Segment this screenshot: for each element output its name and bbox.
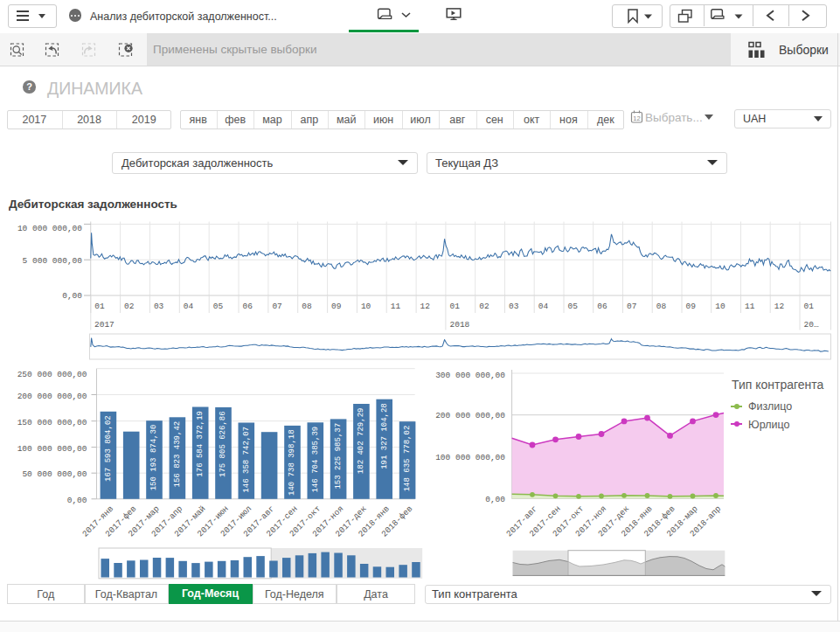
svg-text:09: 09 <box>331 302 342 311</box>
svg-text:12: 12 <box>633 115 640 122</box>
svg-text:07: 07 <box>272 302 281 311</box>
svg-text:11: 11 <box>391 302 401 311</box>
svg-text:11: 11 <box>745 302 755 311</box>
svg-text:10 000 000,00: 10 000 000,00 <box>17 224 82 233</box>
svg-text:167 593 804,02: 167 593 804,02 <box>104 415 113 482</box>
svg-text:300 000 000,00: 300 000 000,00 <box>435 371 505 380</box>
svg-text:20…: 20… <box>804 320 819 330</box>
svg-text:146 704 385,39: 146 704 385,39 <box>311 427 320 493</box>
svg-text:0,00: 0,00 <box>62 291 82 301</box>
svg-text:02: 02 <box>124 302 135 311</box>
svg-text:2018: 2018 <box>450 320 470 330</box>
svg-text:182 402 729,29: 182 402 729,29 <box>357 408 365 475</box>
svg-text:02: 02 <box>479 302 489 311</box>
svg-text:150 193 874,30: 150 193 874,30 <box>150 425 159 491</box>
svg-text:03: 03 <box>154 302 164 311</box>
svg-text:06: 06 <box>243 302 253 311</box>
svg-text:100 000 000,00: 100 000 000,00 <box>435 453 505 462</box>
svg-text:01: 01 <box>450 302 461 311</box>
svg-text:0,00: 0,00 <box>67 496 87 505</box>
svg-text:148 635 778,02: 148 635 778,02 <box>403 426 412 492</box>
svg-text:175 805 626,86: 175 805 626,86 <box>219 411 228 477</box>
svg-text:09: 09 <box>686 302 697 311</box>
svg-text:04: 04 <box>184 302 194 311</box>
svg-text:50 000 000,00: 50 000 000,00 <box>22 469 87 479</box>
svg-text:08: 08 <box>656 302 667 311</box>
svg-text:01: 01 <box>804 302 815 311</box>
svg-text:200 000 000,00: 200 000 000,00 <box>17 392 87 401</box>
svg-text:150 000 000,00: 150 000 000,00 <box>17 418 87 427</box>
svg-text:12: 12 <box>774 302 785 311</box>
svg-text:156 823 439,42: 156 823 439,42 <box>173 421 182 488</box>
svg-text:146 358 742,07: 146 358 742,07 <box>242 427 251 493</box>
svg-text:191 327 104,28: 191 327 104,28 <box>380 403 389 469</box>
svg-text:0,00: 0,00 <box>485 495 505 504</box>
svg-text:06: 06 <box>597 302 607 311</box>
svg-text:07: 07 <box>627 302 636 311</box>
svg-text:08: 08 <box>302 302 312 311</box>
svg-text:153 225 985,37: 153 225 985,37 <box>334 423 343 490</box>
svg-text:03: 03 <box>509 302 519 311</box>
svg-text:100 000 000,00: 100 000 000,00 <box>17 444 87 454</box>
svg-text:04: 04 <box>538 302 549 311</box>
svg-text:12: 12 <box>420 302 431 311</box>
svg-text:250 000 000,00: 250 000 000,00 <box>17 370 87 379</box>
svg-text:05: 05 <box>568 302 579 311</box>
svg-text:140 738 398,18: 140 738 398,18 <box>288 429 297 496</box>
svg-text:176 584 372,19: 176 584 372,19 <box>196 411 205 477</box>
svg-text:01: 01 <box>94 302 105 311</box>
svg-text:10: 10 <box>361 302 371 311</box>
svg-text:05: 05 <box>213 302 224 311</box>
svg-text:2017: 2017 <box>94 320 115 330</box>
svg-text:5 000 000,00: 5 000 000,00 <box>23 256 83 266</box>
svg-text:200 000 000,00: 200 000 000,00 <box>435 411 505 420</box>
svg-text:10: 10 <box>715 302 725 311</box>
